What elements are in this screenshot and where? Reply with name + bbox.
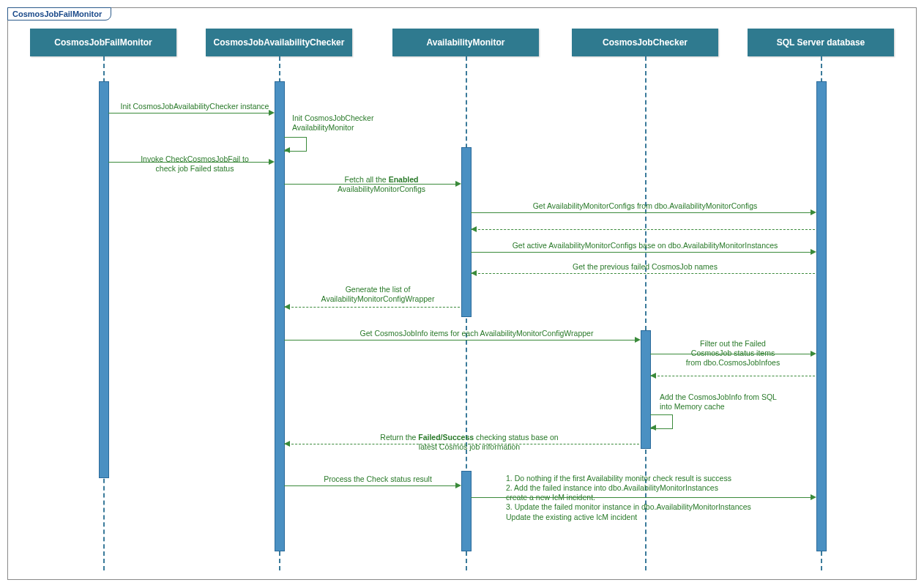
text: 2. Add the failed instance into dbo.Avai…	[506, 483, 718, 492]
text: Update the existing active IcM incident	[506, 513, 637, 521]
text: from dbo.CosmosJobInfoes	[686, 358, 780, 367]
arrow	[108, 162, 273, 163]
arrow-head-icon	[811, 249, 816, 255]
arrow	[284, 184, 460, 185]
arrow-head-icon	[650, 425, 656, 431]
msg-add-cache: Add the CosmosJobInfo from SQL into Memo…	[660, 392, 806, 412]
text: AvailabilityMonitor	[292, 123, 354, 132]
arrow-head-icon	[811, 494, 816, 500]
arrow-head-icon	[269, 110, 275, 116]
arrow-head-icon	[455, 483, 461, 488]
arrow-head-icon	[471, 270, 477, 276]
arrow-head-icon	[455, 181, 461, 187]
msg-prev-failed-names: Get the previous failed CosmosJob names	[477, 262, 813, 272]
sequence-frame: CosmosJobFailMonitor CosmosJobFailMonito…	[7, 7, 917, 580]
text: Add the CosmosJobInfo from SQL	[660, 392, 777, 401]
arrow	[471, 212, 815, 213]
text: 1. Do nothing if the first Availability …	[506, 474, 731, 483]
participant-cosmosjobfailmonitor: CosmosJobFailMonitor	[30, 29, 176, 56]
text: Return the	[380, 433, 418, 442]
msg-generate-list: Generate the list of AvailabilityMonitor…	[301, 285, 455, 304]
participant-cosmosjobchecker: CosmosJobChecker	[572, 29, 718, 56]
activation-p3-a	[461, 147, 472, 317]
arrow-return	[650, 376, 815, 376]
arrow-head-icon	[284, 304, 290, 310]
arrow-return	[471, 273, 815, 274]
participant-sqlserverdatabase: SQL Server database	[748, 29, 894, 56]
arrow	[108, 113, 273, 113]
arrow	[284, 340, 639, 340]
arrow-head-icon	[269, 159, 275, 165]
msg-init-checker: Init CosmosJobAvailabilityChecker instan…	[118, 102, 272, 111]
msg-init-self: Init CosmosJobChecker AvailabilityMonito…	[292, 113, 409, 133]
arrow	[471, 497, 815, 498]
arrow-head-icon	[811, 209, 816, 215]
text: into Memory cache	[660, 402, 725, 411]
msg-return-status: Return the Failed/Success checking statu…	[330, 433, 608, 452]
activation-p3-b	[461, 471, 472, 551]
arrow-head-icon	[811, 351, 816, 357]
activation-p2	[275, 81, 285, 551]
activation-p4	[641, 330, 651, 449]
arrow	[650, 354, 815, 354]
participant-cosmosjobavailabilitychecker: CosmosJobAvailabilityChecker	[206, 29, 352, 56]
text: Filter out the Failed	[700, 339, 766, 348]
arrow-head-icon	[284, 441, 290, 447]
text-bold: Failed/Success	[418, 433, 474, 442]
msg-invoke-check: Invoke CheckCosmosJobFail to check job F…	[122, 155, 268, 174]
msg-process-result: Process the Check status result	[301, 475, 455, 484]
text: Fetch all the	[345, 175, 389, 184]
text: 3. Update the failed monitor instance in…	[506, 502, 751, 511]
text-bold: Enabled	[389, 175, 419, 184]
msg-get-active-configs: Get active AvailabilityMonitorConfigs ba…	[477, 241, 813, 250]
text: AvailabilityMonitorConfigWrapper	[321, 294, 435, 303]
activation-p1	[99, 81, 109, 478]
msg-fetch-enabled: Fetch all the Enabled AvailabilityMonito…	[308, 175, 455, 194]
arrow-head-icon	[284, 147, 290, 153]
arrow	[284, 485, 460, 486]
arrow-head-icon	[635, 337, 641, 343]
msg-get-jobinfo: Get CosmosJobInfo items for each Availab…	[316, 329, 638, 338]
arrow-head-icon	[471, 226, 477, 232]
arrow	[471, 252, 815, 253]
arrow-return	[284, 444, 639, 444]
arrow-return	[284, 307, 460, 308]
text: Init CosmosJobChecker	[292, 113, 373, 122]
activation-p5	[816, 81, 827, 551]
text: Generate the list of	[346, 285, 411, 294]
arrow-return	[471, 229, 815, 230]
text: checking status base on	[474, 433, 559, 442]
arrow-head-icon	[650, 373, 656, 379]
participant-availabilitymonitor: AvailabilityMonitor	[392, 29, 539, 56]
msg-get-configs: Get AvailabilityMonitorConfigs from dbo.…	[477, 201, 813, 211]
text: AvailabilityMonitorConfigs	[338, 185, 425, 193]
text: check job Failed status	[156, 164, 234, 173]
frame-title: CosmosJobFailMonitor	[7, 7, 111, 21]
